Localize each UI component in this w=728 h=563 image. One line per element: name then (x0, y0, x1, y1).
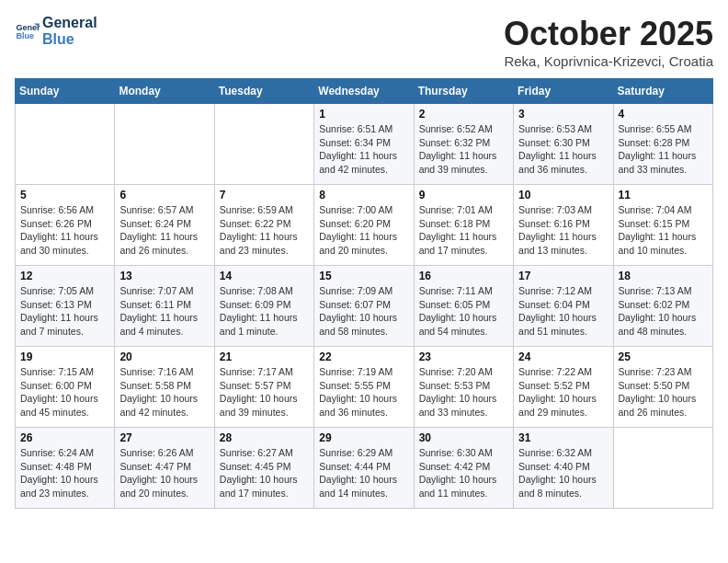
day-number: 15 (319, 270, 408, 282)
day-number: 17 (518, 270, 608, 282)
day-number: 31 (518, 431, 608, 444)
day-info: Sunrise: 6:55 AM Sunset: 6:28 PM Dayligh… (619, 122, 708, 177)
day-number: 25 (619, 350, 708, 363)
calendar-cell: 4Sunrise: 6:55 AM Sunset: 6:28 PM Daylig… (613, 104, 712, 185)
day-info: Sunrise: 6:51 AM Sunset: 6:34 PM Dayligh… (319, 122, 408, 177)
page-header: General Blue General Blue October 2025 R… (15, 15, 713, 69)
day-number: 4 (619, 108, 708, 121)
calendar-cell: 1Sunrise: 6:51 AM Sunset: 6:34 PM Daylig… (314, 104, 414, 185)
day-info: Sunrise: 7:15 AM Sunset: 6:00 PM Dayligh… (20, 365, 109, 419)
calendar-cell: 28Sunrise: 6:27 AM Sunset: 4:45 PM Dayli… (214, 428, 313, 509)
calendar-cell: 11Sunrise: 7:04 AM Sunset: 6:15 PM Dayli… (613, 185, 712, 266)
day-number: 6 (119, 189, 209, 201)
day-info: Sunrise: 6:30 AM Sunset: 4:42 PM Dayligh… (419, 446, 508, 500)
calendar-cell: 15Sunrise: 7:09 AM Sunset: 6:07 PM Dayli… (314, 266, 414, 347)
day-number: 21 (220, 350, 309, 363)
day-number: 29 (319, 431, 408, 444)
weekday-header-wednesday: Wednesday (314, 79, 414, 104)
day-number: 9 (419, 189, 508, 201)
svg-text:Blue: Blue (16, 31, 34, 40)
logo-general: General (42, 15, 97, 31)
weekday-header-row: SundayMondayTuesdayWednesdayThursdayFrid… (16, 79, 713, 104)
day-number: 19 (20, 350, 109, 363)
day-number: 12 (20, 270, 109, 282)
calendar-cell: 12Sunrise: 7:05 AM Sunset: 6:13 PM Dayli… (16, 266, 115, 347)
day-info: Sunrise: 6:27 AM Sunset: 4:45 PM Dayligh… (220, 446, 309, 500)
weekday-header-saturday: Saturday (613, 79, 712, 104)
day-info: Sunrise: 6:59 AM Sunset: 6:22 PM Dayligh… (220, 203, 309, 258)
day-info: Sunrise: 7:19 AM Sunset: 5:55 PM Dayligh… (319, 365, 408, 419)
calendar-cell: 25Sunrise: 7:23 AM Sunset: 5:50 PM Dayli… (613, 347, 712, 428)
day-info: Sunrise: 7:20 AM Sunset: 5:53 PM Dayligh… (419, 365, 508, 419)
calendar-table: SundayMondayTuesdayWednesdayThursdayFrid… (15, 78, 713, 509)
calendar-cell: 5Sunrise: 6:56 AM Sunset: 6:26 PM Daylig… (16, 185, 115, 266)
day-number: 26 (20, 431, 109, 444)
calendar-cell: 2Sunrise: 6:52 AM Sunset: 6:32 PM Daylig… (414, 104, 513, 185)
day-number: 14 (220, 270, 309, 282)
day-info: Sunrise: 6:53 AM Sunset: 6:30 PM Dayligh… (518, 122, 608, 177)
day-number: 2 (419, 108, 508, 121)
logo-icon: General Blue (15, 18, 40, 44)
calendar-cell: 22Sunrise: 7:19 AM Sunset: 5:55 PM Dayli… (314, 347, 414, 428)
location-subtitle: Reka, Koprivnica-Krizevci, Croatia (504, 53, 713, 69)
day-number: 27 (119, 431, 209, 444)
day-info: Sunrise: 6:57 AM Sunset: 6:24 PM Dayligh… (119, 203, 209, 258)
calendar-cell: 29Sunrise: 6:29 AM Sunset: 4:44 PM Dayli… (314, 428, 414, 509)
weekday-header-thursday: Thursday (414, 79, 513, 104)
day-number: 22 (319, 350, 408, 363)
day-number: 23 (419, 350, 508, 363)
day-info: Sunrise: 7:17 AM Sunset: 5:57 PM Dayligh… (220, 365, 309, 419)
day-info: Sunrise: 7:11 AM Sunset: 6:05 PM Dayligh… (419, 284, 508, 339)
calendar-cell: 9Sunrise: 7:01 AM Sunset: 6:18 PM Daylig… (414, 185, 513, 266)
calendar-cell: 31Sunrise: 6:32 AM Sunset: 4:40 PM Dayli… (514, 428, 613, 509)
day-info: Sunrise: 6:32 AM Sunset: 4:40 PM Dayligh… (518, 446, 608, 500)
day-info: Sunrise: 7:04 AM Sunset: 6:15 PM Dayligh… (619, 203, 708, 258)
day-info: Sunrise: 7:09 AM Sunset: 6:07 PM Dayligh… (319, 284, 408, 339)
calendar-cell: 3Sunrise: 6:53 AM Sunset: 6:30 PM Daylig… (514, 104, 613, 185)
day-number: 11 (619, 189, 708, 201)
day-number: 7 (220, 189, 309, 201)
day-info: Sunrise: 7:13 AM Sunset: 6:02 PM Dayligh… (619, 284, 708, 339)
day-info: Sunrise: 6:26 AM Sunset: 4:47 PM Dayligh… (119, 446, 209, 500)
calendar-week-row: 1Sunrise: 6:51 AM Sunset: 6:34 PM Daylig… (16, 104, 713, 185)
calendar-cell: 14Sunrise: 7:08 AM Sunset: 6:09 PM Dayli… (214, 266, 313, 347)
day-number: 13 (119, 270, 209, 282)
day-number: 3 (518, 108, 608, 121)
day-info: Sunrise: 6:52 AM Sunset: 6:32 PM Dayligh… (419, 122, 508, 177)
month-title: October 2025 (504, 15, 713, 53)
day-number: 18 (619, 270, 708, 282)
day-info: Sunrise: 7:12 AM Sunset: 6:04 PM Dayligh… (518, 284, 608, 339)
calendar-cell: 17Sunrise: 7:12 AM Sunset: 6:04 PM Dayli… (514, 266, 613, 347)
calendar-week-row: 19Sunrise: 7:15 AM Sunset: 6:00 PM Dayli… (16, 347, 713, 428)
calendar-cell: 24Sunrise: 7:22 AM Sunset: 5:52 PM Dayli… (514, 347, 613, 428)
calendar-cell: 18Sunrise: 7:13 AM Sunset: 6:02 PM Dayli… (613, 266, 712, 347)
day-number: 10 (518, 189, 608, 201)
calendar-cell: 20Sunrise: 7:16 AM Sunset: 5:58 PM Dayli… (115, 347, 214, 428)
day-number: 20 (119, 350, 209, 363)
day-number: 24 (518, 350, 608, 363)
logo: General Blue General Blue (15, 15, 97, 47)
calendar-cell: 6Sunrise: 6:57 AM Sunset: 6:24 PM Daylig… (115, 185, 214, 266)
calendar-cell (214, 104, 313, 185)
weekday-header-tuesday: Tuesday (214, 79, 313, 104)
day-info: Sunrise: 6:24 AM Sunset: 4:48 PM Dayligh… (20, 446, 109, 500)
calendar-cell: 19Sunrise: 7:15 AM Sunset: 6:00 PM Dayli… (16, 347, 115, 428)
day-info: Sunrise: 7:23 AM Sunset: 5:50 PM Dayligh… (619, 365, 708, 419)
calendar-cell: 21Sunrise: 7:17 AM Sunset: 5:57 PM Dayli… (214, 347, 313, 428)
calendar-cell: 27Sunrise: 6:26 AM Sunset: 4:47 PM Dayli… (115, 428, 214, 509)
day-info: Sunrise: 7:00 AM Sunset: 6:20 PM Dayligh… (319, 203, 408, 258)
day-number: 5 (20, 189, 109, 201)
calendar-cell: 8Sunrise: 7:00 AM Sunset: 6:20 PM Daylig… (314, 185, 414, 266)
weekday-header-friday: Friday (514, 79, 613, 104)
calendar-week-row: 5Sunrise: 6:56 AM Sunset: 6:26 PM Daylig… (16, 185, 713, 266)
calendar-cell: 23Sunrise: 7:20 AM Sunset: 5:53 PM Dayli… (414, 347, 513, 428)
day-info: Sunrise: 7:05 AM Sunset: 6:13 PM Dayligh… (20, 284, 109, 339)
day-info: Sunrise: 7:16 AM Sunset: 5:58 PM Dayligh… (119, 365, 209, 419)
day-info: Sunrise: 7:07 AM Sunset: 6:11 PM Dayligh… (119, 284, 209, 339)
calendar-cell: 30Sunrise: 6:30 AM Sunset: 4:42 PM Dayli… (414, 428, 513, 509)
day-info: Sunrise: 7:03 AM Sunset: 6:16 PM Dayligh… (518, 203, 608, 258)
weekday-header-sunday: Sunday (16, 79, 115, 104)
day-number: 16 (419, 270, 508, 282)
calendar-cell: 13Sunrise: 7:07 AM Sunset: 6:11 PM Dayli… (115, 266, 214, 347)
calendar-cell: 10Sunrise: 7:03 AM Sunset: 6:16 PM Dayli… (514, 185, 613, 266)
